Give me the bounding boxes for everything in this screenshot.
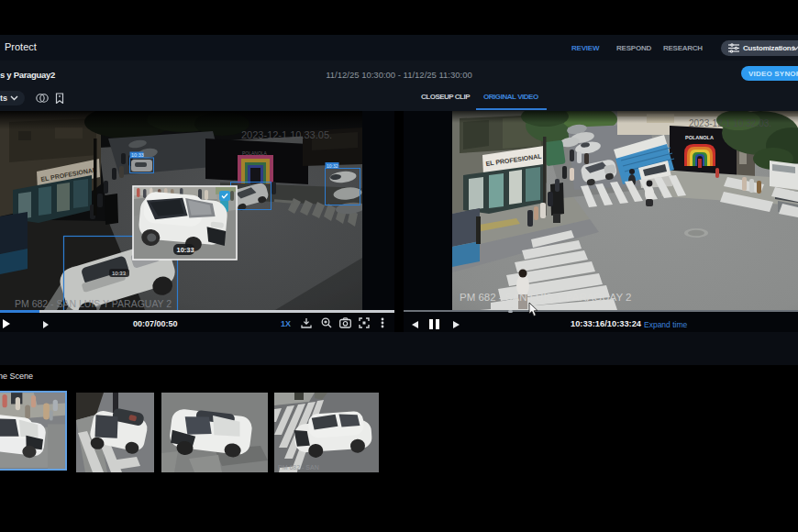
svg-text:POLANOLA: POLANOLA [685,135,714,140]
svg-text:10:33: 10:33 [112,271,127,276]
svg-text:PM 682 - SAN LUIS Y PARAGUAY 2: PM 682 - SAN LUIS Y PARAGUAY 2 [460,292,632,303]
svg-text:10:33: 10:33 [177,246,194,254]
svg-text:2023-12-1 10.33.05.: 2023-12-1 10.33.05. [241,129,332,140]
svg-text:PM 682 - SAN LUIS Y PARAGUAY 2: PM 682 - SAN LUIS Y PARAGUAY 2 [15,298,172,309]
svg-text:10:32: 10:32 [327,163,338,169]
svg-text:10:33: 10:33 [131,152,144,158]
svg-text:PM 682 - SAN: PM 682 - SAN [278,464,319,471]
